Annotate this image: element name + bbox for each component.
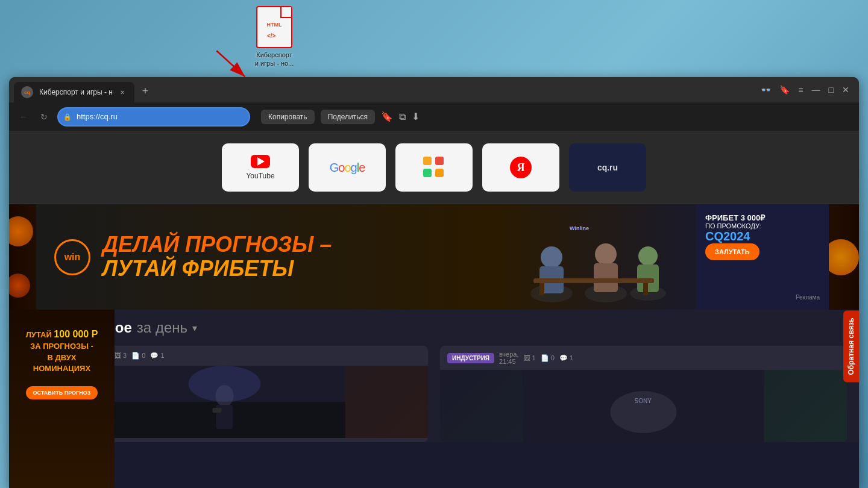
multi-dot-3 (423, 169, 432, 177)
gaming-stats: 🖼 3 📄 0 💬 1 (115, 352, 165, 360)
maximize-button[interactable]: □ (829, 85, 834, 95)
section-subtitle: за день (137, 319, 187, 336)
back-button[interactable]: ← (16, 110, 31, 124)
file-label: Киберспорти игры - но... (255, 51, 294, 68)
feedback-tab[interactable]: Обратная связь (843, 310, 859, 382)
side-bet-line4: НОМИНАЦИЯХ (26, 363, 98, 374)
freebet-info: ФРИБЕТ 3 000₽ ПО ПРОМОКОДУ: CQ2024 (705, 213, 820, 243)
svg-rect-14 (643, 283, 648, 295)
reading-mode-icon[interactable]: 👓 (761, 85, 771, 95)
side-left-banner: ЛУТАЙ 100 000 Р ЗА ПРОГНОЗЫ - В ДВУХ НОМ… (9, 310, 115, 488)
lock-icon: 🔒 (63, 113, 72, 120)
active-tab[interactable]: cq Киберспорт и игры - н ✕ (14, 82, 134, 102)
svg-rect-20 (213, 408, 222, 413)
html-file-icon: </> (266, 29, 283, 41)
industry-files-count: 📄 0 (541, 354, 555, 362)
banner-left: win ДЕЛАЙ ПРОГНОЗЫ – ЛУТАЙ ФРИБЕТЫ (36, 204, 491, 310)
cqru-label: cq.ru (597, 163, 618, 172)
svg-point-21 (189, 366, 261, 402)
banner-title-line1: ДЕЛАЙ ПРОГНОЗЫ – (102, 233, 332, 257)
svg-rect-8 (594, 263, 618, 292)
refresh-button[interactable]: ↻ (37, 110, 51, 124)
gaming-comments-count: 💬 1 (150, 352, 164, 360)
youtube-play-icon (257, 157, 265, 166)
content-grid: ГЕЙМИНГ вчера, 13:25 🖼 3 📄 0 💬 1 (9, 346, 859, 442)
freebet-cta-button[interactable]: ЗАЛУТАТЬ (705, 243, 760, 260)
ad-label: Реклама (705, 294, 820, 301)
shortcut-cqru[interactable]: cq.ru (569, 143, 646, 192)
file-icon-visual: HTML </> (256, 6, 292, 48)
svg-point-7 (595, 243, 617, 265)
shortcut-google[interactable]: Google (309, 143, 386, 192)
share-button[interactable]: Поделиться (321, 110, 375, 124)
svg-rect-12 (533, 278, 654, 283)
tab-title: Киберспорт и игры - н (39, 88, 114, 96)
banner-right: ФРИБЕТ 3 000₽ ПО ПРОМОКОДУ: CQ2024 ЗАЛУТ… (696, 204, 829, 310)
freebet-label: ФРИБЕТ 3 000₽ (705, 213, 820, 222)
banner-center: Winline (491, 204, 696, 310)
industry-comments-count: 💬 1 (559, 354, 573, 362)
tab-favicon: cq (21, 86, 33, 98)
side-cta-button[interactable]: ОСТАВИТЬ ПРОГНОЗ (26, 386, 98, 399)
youtube-label: YouTube (246, 172, 274, 180)
industry-card-image: SONY (440, 370, 847, 442)
main-content: win ДЕЛАЙ ПРОГНОЗЫ – ЛУТАЙ ФРИБЕТЫ (9, 204, 859, 488)
multi-dot-4 (435, 169, 444, 177)
section-dropdown-icon[interactable]: ▾ (192, 322, 197, 334)
content-card-industry[interactable]: ИНДУСТРИЯ вчера,21:45 🖼 1 📄 0 💬 1 (440, 346, 847, 442)
tab-close-button[interactable]: ✕ (118, 87, 127, 97)
industry-tag: ИНДУСТРИЯ (447, 353, 494, 363)
svg-point-10 (638, 246, 658, 266)
section-header: 🔥 Популярное за день ▾ (9, 310, 859, 346)
industry-stats: 🖼 1 📄 0 💬 1 (524, 354, 574, 362)
svg-text:SONY: SONY (635, 398, 652, 404)
industry-date: вчера,21:45 (499, 351, 519, 365)
collections-tab-icon[interactable]: ⧉ (399, 111, 406, 122)
yandex-icon: Я (510, 157, 532, 178)
banner-text: ДЕЛАЙ ПРОГНОЗЫ – ЛУТАЙ ФРИБЕТЫ (102, 233, 332, 282)
multi-dot-2 (435, 157, 444, 165)
url-container: 🔒 (57, 107, 250, 127)
side-bet-line1: ЛУТАЙ 100 000 Р (26, 328, 98, 341)
google-icon: Google (330, 161, 365, 175)
win-logo-text: win (64, 252, 81, 263)
menu-icon[interactable]: ≡ (798, 85, 803, 95)
svg-text:</>: </> (267, 33, 276, 39)
shortcut-multi[interactable] (395, 143, 473, 192)
new-tab-button[interactable]: + (137, 83, 154, 99)
industry-images-count: 🖼 1 (524, 354, 536, 362)
copy-button[interactable]: Копировать (261, 110, 315, 124)
minimize-button[interactable]: — (812, 85, 820, 95)
svg-point-4 (541, 246, 562, 268)
card-meta-industry: ИНДУСТРИЯ вчера,21:45 🖼 1 📄 0 💬 1 (440, 346, 847, 370)
shortcut-yandex[interactable]: Я (482, 143, 559, 192)
browser-window: cq Киберспорт и игры - н ✕ + 👓 🔖 ≡ — □ ✕… (9, 77, 859, 488)
side-amount: 100 000 Р (54, 329, 98, 339)
bookmark-icon[interactable]: 🔖 (381, 111, 393, 122)
red-arrow (208, 48, 256, 84)
address-bar: ← ↻ 🔒 Копировать Поделиться 🔖 ⧉ ⬇ (9, 102, 859, 131)
freebet-promo-label: ПО ПРОМОКОДУ: (705, 222, 820, 230)
svg-rect-13 (539, 283, 544, 295)
url-input[interactable] (57, 107, 250, 127)
win-logo: win (54, 239, 90, 275)
banner-illustration: Winline (503, 209, 684, 305)
close-button[interactable]: ✕ (842, 85, 849, 95)
banner-title-line2: ЛУТАЙ ФРИБЕТЫ (102, 256, 332, 281)
side-bet-line2: ЗА ПРОГНОЗЫ - (26, 341, 98, 352)
shortcut-youtube[interactable]: YouTube (222, 143, 299, 192)
freebet-code: CQ2024 (705, 230, 820, 243)
svg-line-2 (216, 51, 245, 77)
download-icon[interactable]: ⬇ (412, 111, 420, 122)
side-bet-line3: В ДВУХ (26, 352, 98, 363)
gaming-files-count: 📄 0 (131, 352, 145, 360)
desktop: HTML </> Киберспорти игры - но... cq Киб… (0, 0, 868, 488)
address-bar-actions: Копировать Поделиться 🔖 ⧉ ⬇ (261, 110, 420, 124)
collections-icon[interactable]: 🔖 (779, 85, 790, 95)
html-badge: HTML (267, 22, 282, 28)
banner-ad[interactable]: win ДЕЛАЙ ПРОГНОЗЫ – ЛУТАЙ ФРИБЕТЫ (9, 204, 859, 310)
quick-access-bar: YouTube Google Я (9, 131, 859, 204)
multi-dot-1 (423, 157, 432, 165)
tab-bar-controls: 👓 🔖 ≡ — □ ✕ (761, 85, 854, 95)
tab-bar: cq Киберспорт и игры - н ✕ + 👓 🔖 ≡ — □ ✕ (9, 77, 859, 102)
